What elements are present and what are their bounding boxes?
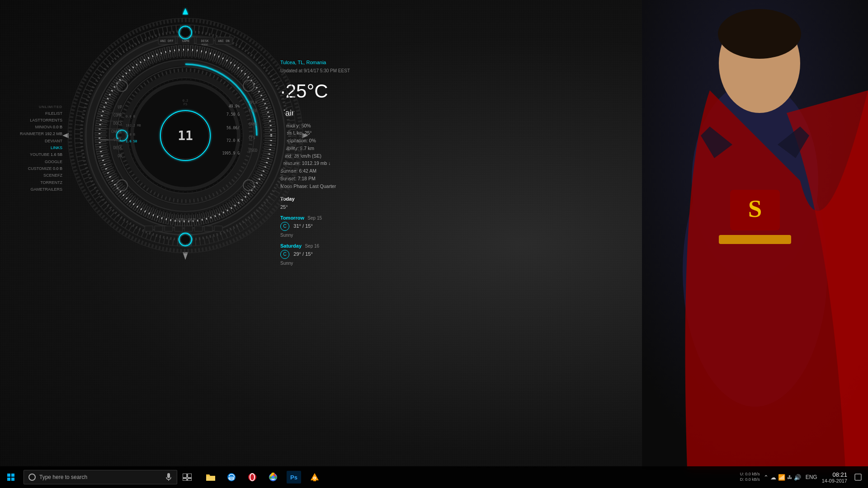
edge-icon [227, 473, 236, 482]
svg-text:UP: UP [118, 105, 122, 109]
sidebar-gametrailers: GAMETRAILERS [4, 186, 62, 193]
edge-browser-icon[interactable] [222, 466, 241, 488]
sidebar-customize: CUSTOMIZE 0.0 B [4, 165, 62, 172]
sidebar-deviant: DEVIANT [4, 138, 62, 145]
ethernet-icon[interactable]: 🖧 [787, 474, 792, 480]
windows-logo-icon [7, 474, 14, 481]
svg-rect-104 [313, 480, 316, 481]
volume-icon[interactable]: 🔊 [794, 474, 801, 481]
svg-rect-67 [204, 226, 212, 231]
svg-text:F5: F5 [184, 103, 187, 106]
network-icon[interactable]: 📶 [778, 474, 785, 481]
taskbar-apps: Ps [201, 466, 325, 488]
task-view-button[interactable] [177, 466, 197, 488]
svg-point-106 [314, 478, 316, 479]
superman-svg: S [642, 0, 868, 470]
onedrive-icon[interactable]: ☁ [770, 474, 776, 481]
mic-svg [166, 473, 171, 481]
svg-point-97 [248, 473, 256, 481]
clock-date: 14-09-2017 [822, 478, 847, 483]
opera-browser-icon[interactable] [242, 466, 262, 488]
svg-rect-7 [719, 235, 791, 244]
svg-rect-64 [175, 226, 183, 231]
svg-text:XPLR: XPLR [249, 101, 257, 105]
svg-rect-89 [167, 473, 170, 478]
sidebar-links-item: LINKS [4, 145, 62, 151]
vlc-icon[interactable] [305, 466, 325, 488]
svg-rect-94 [188, 479, 192, 481]
task-view-icon [183, 474, 192, 481]
superman-image: S [642, 0, 868, 470]
svg-point-4 [718, 9, 801, 59]
search-input[interactable]: Type here to search [39, 474, 162, 480]
svg-text:ON: ON [118, 154, 122, 158]
folder-icon [206, 473, 216, 482]
search-bar[interactable]: Type here to search [24, 470, 177, 484]
sidebar-miniova: MINIOVA 0.0 B [4, 124, 62, 131]
sidebar-links: UNLIMITED FILELIST LASTTORRENTS MINIOVA … [4, 104, 62, 193]
svg-text:1.6 5B: 1.6 5B [126, 140, 137, 143]
svg-text:0.0 B: 0.0 B [126, 133, 135, 136]
tray-icons: ⌃ ☁ 📶 🖧 🔊 [764, 474, 801, 481]
svg-text:11: 11 [178, 128, 193, 143]
svg-text:S: S [748, 195, 762, 222]
svg-rect-65 [184, 226, 193, 231]
svg-text:72.0 K: 72.0 K [226, 139, 240, 143]
sidebar-google: GOOGLE [4, 159, 62, 165]
upload-stat: U: 0.0 kB/s [740, 472, 760, 477]
network-stats: U: 0.0 kB/s D: 0.0 kB/s [740, 472, 760, 482]
chrome-icon [269, 473, 278, 482]
svg-point-102 [272, 476, 275, 479]
svg-text:1995.9 G: 1995.9 G [222, 151, 240, 155]
file-explorer-icon[interactable] [201, 466, 221, 488]
svg-rect-107 [855, 474, 861, 480]
svg-point-70 [181, 235, 190, 244]
microphone-icon[interactable] [165, 473, 172, 482]
svg-text:CFS: CFS [249, 136, 255, 140]
svg-text:ANI OFF: ANI OFF [160, 39, 174, 43]
svg-text:ANI ON: ANI ON [218, 39, 229, 43]
sidebar-rainmeter: RAINMETER 192.2 MB [4, 131, 62, 137]
svg-rect-95 [206, 476, 215, 481]
ps-label: Ps [290, 474, 297, 481]
photoshop-icon[interactable]: Ps [284, 466, 304, 488]
clock-time: 08:21 [822, 471, 847, 478]
svg-rect-62 [155, 226, 163, 231]
hud-circle: ANI OFF GAME MODE DESK MODE ANI ON [59, 5, 312, 267]
svg-rect-93 [183, 479, 187, 481]
start-button[interactable] [0, 466, 22, 488]
svg-text:GAME: GAME [249, 122, 257, 127]
hud-top-pointer [183, 8, 188, 14]
system-tray: U: 0.0 kB/s D: 0.0 kB/s ⌃ ☁ 📶 🖧 🔊 ENG 08… [740, 466, 868, 488]
svg-rect-68 [214, 226, 222, 231]
sidebar-filelist: FILELIST [4, 110, 62, 117]
svg-text:0.2: 0.2 [183, 99, 189, 103]
chrome-browser-icon[interactable] [263, 466, 283, 488]
svg-rect-66 [194, 226, 203, 231]
svg-text:DOCS: DOCS [113, 122, 122, 126]
sidebar-section-label: UNLIMITED [4, 104, 62, 110]
svg-text:FREE: FREE [249, 109, 257, 113]
svg-text:DESK: DESK [113, 146, 122, 150]
svg-text:7.50 G: 7.50 G [226, 113, 240, 117]
svg-text:DESK: DESK [201, 39, 209, 43]
svg-rect-61 [145, 226, 153, 231]
hud-bottom-pointer [183, 252, 188, 260]
notification-center-button[interactable] [851, 466, 865, 488]
vlc-svg [310, 472, 320, 482]
clock[interactable]: 08:21 14-09-2017 [822, 471, 847, 483]
sidebar-lasttorrents: LASTTORRENTS [4, 117, 62, 124]
svg-text:56.06/: 56.06/ [226, 126, 240, 130]
notification-icon [854, 474, 862, 481]
hud-svg: ANI OFF GAME MODE DESK MODE ANI ON [59, 5, 312, 267]
language-indicator[interactable]: ENG [806, 474, 817, 480]
svg-text:0.0 B: 0.0 B [126, 115, 135, 118]
svg-text:GAME: GAME [182, 39, 190, 43]
download-stat: D: 0.0 kB/s [740, 477, 760, 483]
svg-rect-91 [183, 474, 187, 478]
ps-bg: Ps [287, 471, 301, 483]
svg-text:14TH SEP: 14TH SEP [175, 218, 195, 222]
svg-rect-63 [165, 226, 173, 231]
show-hidden-icons[interactable]: ⌃ [764, 474, 769, 481]
sidebar-youtube: YOUTUBE 1.6 5B [4, 151, 62, 158]
